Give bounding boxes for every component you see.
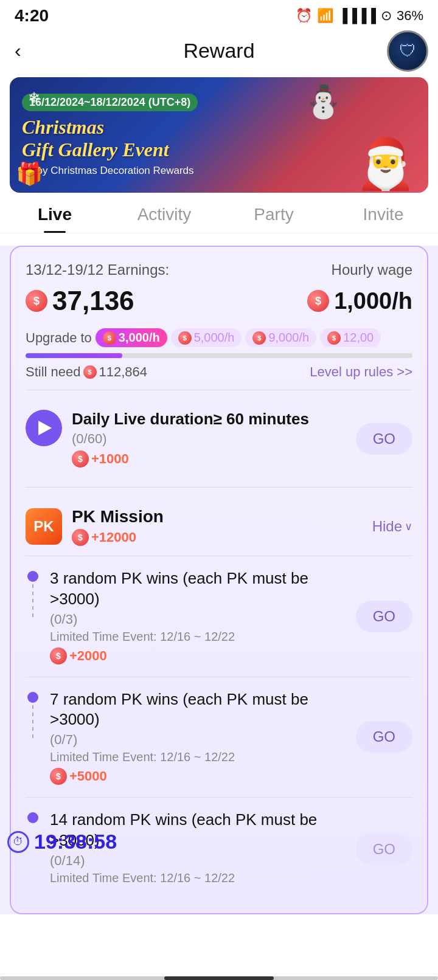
pk-title-area: PK Mission $ +12000	[72, 507, 372, 546]
coin-icon-earnings: $	[26, 290, 47, 312]
earnings-amounts-row: $ 37,136 $ 1,000/h	[26, 286, 412, 316]
pk-dot-area-3	[26, 810, 40, 823]
tab-bar: Live Activity Party Invite	[0, 193, 438, 233]
status-icons: ⏰ 📶 ▐▐▐▐ ⊙ 36%	[296, 8, 423, 24]
earnings-card: 13/12-19/12 Earnings: Hourly wage $ 37,1…	[10, 246, 428, 914]
signal-icon: ▐▐▐▐	[338, 8, 376, 24]
tab-live[interactable]: Live	[0, 205, 109, 233]
snowman-icon: ⛄	[304, 83, 343, 120]
pk-subtask-2-content: 7 random PK wins (each PK must be >3000)…	[50, 689, 346, 785]
upgrade-pill-active[interactable]: $ 3,000/h	[96, 328, 167, 347]
banner-date: 16/12/2024~18/12/2024 (UTC+8)	[22, 94, 198, 111]
pk-dot-3	[27, 812, 38, 823]
upgrade-label: Upgrade to	[26, 330, 92, 346]
pk-subtask-3-go-button[interactable]: GO	[356, 833, 412, 865]
pk-dot-area-2	[26, 689, 40, 742]
pk-subtask-2-go-button[interactable]: GO	[356, 721, 412, 753]
pk-subtask-2-progress: (0/7)	[50, 732, 346, 748]
avatar-icon: 🛡	[399, 41, 416, 61]
timer-value: 19:38:58	[34, 830, 117, 854]
avatar[interactable]: 🛡	[387, 30, 428, 72]
hourly-amount: $ 1,000/h	[307, 288, 412, 314]
still-need-row: Still need $ 112,864 Level up rules >>	[26, 364, 412, 380]
progress-bar-fill	[26, 353, 122, 358]
pk-subtask-1-progress: (0/3)	[50, 612, 346, 627]
still-need-text: Still need $ 112,864	[26, 364, 147, 380]
battery-percent: 36%	[397, 8, 423, 24]
coin-icon-pk-reward: $	[72, 529, 89, 546]
upgrade-pill-4[interactable]: $ 12,00	[320, 328, 381, 347]
pk-subtask-1-go-button[interactable]: GO	[356, 601, 412, 632]
pk-dashed-line-2	[32, 705, 33, 742]
back-button[interactable]: ‹	[15, 40, 21, 62]
pk-mission-header: PK PK Mission $ +12000 Hide ∨	[26, 497, 412, 556]
pk-subtask-2-event: Limited Time Event: 12/16 ~ 12/22	[50, 750, 346, 764]
gift-icon: 🎁	[16, 161, 43, 187]
hourly-wage-label: Hourly wage	[332, 261, 412, 278]
divider-2	[26, 487, 412, 488]
coin-icon-subtask-1: $	[50, 647, 67, 664]
status-time: 4:20	[15, 6, 49, 26]
santa-icon: 🎅	[355, 136, 416, 193]
coin-icon-hourly: $	[307, 290, 329, 312]
coin-icon-upgrade-3: $	[252, 331, 266, 345]
pk-dashed-line-1	[32, 584, 33, 621]
tab-activity[interactable]: Activity	[109, 205, 219, 233]
coin-icon-upgrade-active: $	[103, 331, 116, 345]
battery-icon: ⊙	[381, 8, 392, 24]
pk-subtask-1: 3 random PK wins (each PK must be >3000)…	[26, 556, 412, 677]
header: ‹ Reward 🛡	[0, 29, 438, 72]
tab-invite[interactable]: Invite	[328, 205, 438, 233]
status-bar: 4:20 ⏰ 📶 ▐▐▐▐ ⊙ 36%	[0, 0, 438, 29]
bottom-indicator	[164, 976, 274, 980]
pk-icon: PK	[26, 508, 62, 545]
pk-subtask-2-reward: $ +5000	[50, 768, 346, 785]
pk-dot-area-1	[26, 568, 40, 621]
daily-task-reward: $ +1000	[72, 450, 346, 468]
earnings-amount: $ 37,136	[26, 286, 134, 316]
daily-task-progress: (0/60)	[72, 431, 346, 447]
banner-title-line1: Christmas	[22, 116, 416, 139]
alarm-icon: ⏰	[296, 8, 312, 24]
level-up-rules-link[interactable]: Level up rules >>	[310, 364, 412, 380]
daily-task-go-button[interactable]: GO	[356, 423, 412, 455]
wifi-icon: 📶	[317, 8, 333, 24]
pk-subtask-2: 7 random PK wins (each PK must be >3000)…	[26, 677, 412, 798]
pk-subtask-1-event: Limited Time Event: 12/16 ~ 12/22	[50, 630, 346, 644]
pk-subtask-1-title: 3 random PK wins (each PK must be >3000)	[50, 568, 346, 610]
progress-bar-container	[26, 353, 412, 358]
upgrade-row: Upgrade to $ 3,000/h $ 5,000/h $ 9,000/h…	[26, 328, 412, 347]
event-banner: ❄ 16/12/2024~18/12/2024 (UTC+8) Christma…	[10, 77, 428, 193]
earnings-period-label: 13/12-19/12 Earnings:	[26, 261, 169, 278]
coin-icon-upgrade-2: $	[178, 331, 192, 345]
pk-mission-reward: $ +12000	[72, 529, 372, 546]
timer-icon: ⏱	[7, 831, 29, 853]
pk-hide-button[interactable]: Hide ∨	[372, 518, 412, 535]
timer-overlay: ⏱ 19:38:58	[0, 825, 124, 858]
pk-mission-title: PK Mission	[72, 507, 372, 526]
daily-task-title: Daily Live duration≥ 60 minutes	[72, 410, 346, 429]
coin-icon-still-need: $	[83, 365, 97, 379]
pk-subtask-1-content: 3 random PK wins (each PK must be >3000)…	[50, 568, 346, 664]
task-play-icon-wrapper	[26, 410, 62, 446]
earnings-header: 13/12-19/12 Earnings: Hourly wage	[26, 261, 412, 278]
chevron-down-icon: ∨	[405, 520, 412, 533]
tab-party[interactable]: Party	[219, 205, 328, 233]
bottom-bar	[0, 976, 438, 980]
pk-dot-2	[27, 692, 38, 703]
coin-icon-subtask-2: $	[50, 768, 67, 785]
daily-task-content: Daily Live duration≥ 60 minutes (0/60) $…	[72, 410, 346, 468]
snowflake-icon: ❄	[28, 89, 40, 106]
page-title: Reward	[183, 39, 254, 63]
upgrade-pill-3[interactable]: $ 9,000/h	[245, 328, 316, 347]
upgrade-pill-2[interactable]: $ 5,000/h	[171, 328, 242, 347]
pk-subtask-3-event: Limited Time Event: 12/16 ~ 12/22	[50, 871, 346, 885]
pk-subtask-2-title: 7 random PK wins (each PK must be >3000)	[50, 689, 346, 731]
coin-icon-daily-reward: $	[72, 450, 89, 468]
coin-icon-upgrade-4: $	[327, 331, 341, 345]
play-icon	[38, 421, 52, 435]
daily-live-task: Daily Live duration≥ 60 minutes (0/60) $…	[26, 400, 412, 477]
pk-subtask-1-reward: $ +2000	[50, 647, 346, 664]
divider-1	[26, 390, 412, 390]
pk-dot-1	[27, 571, 38, 582]
